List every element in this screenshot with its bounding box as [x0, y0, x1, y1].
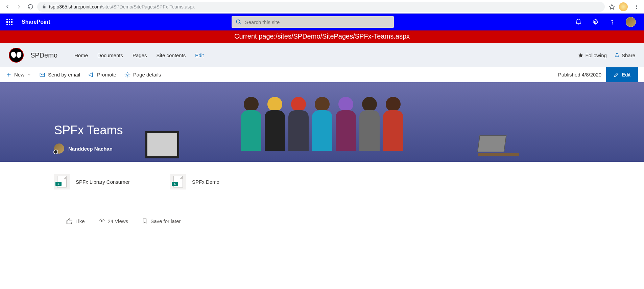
eye-icon	[98, 218, 105, 224]
like-button[interactable]: Like	[66, 218, 85, 224]
arrow-left-icon	[4, 4, 10, 10]
hero-art-people	[239, 94, 405, 162]
save-for-later-button[interactable]: Save for later	[142, 218, 181, 224]
notifications-button[interactable]	[575, 19, 582, 25]
author-name: Nanddeep Nachan	[68, 146, 113, 152]
nav-edit[interactable]: Edit	[195, 52, 204, 58]
social-bar: Like 24 Views Save for later	[0, 210, 644, 232]
help-button[interactable]	[609, 19, 616, 25]
svg-rect-6	[40, 73, 45, 76]
quick-links: S SPFx Library Consumer S SPFx Demo	[0, 162, 644, 196]
link-thumbnail: S	[54, 174, 70, 190]
share-icon	[614, 52, 620, 58]
browser-menu[interactable]	[632, 4, 641, 9]
site-name[interactable]: SPDemo	[30, 51, 57, 59]
bell-icon	[575, 19, 582, 25]
svg-point-2	[636, 8, 637, 9]
page-author[interactable]: Nanddeep Nachan	[54, 143, 113, 154]
pencil-icon	[614, 72, 619, 77]
gear-icon	[124, 72, 130, 78]
promote-button[interactable]: Promote	[88, 72, 116, 78]
nav-site-contents[interactable]: Site contents	[156, 52, 186, 58]
svg-point-4	[595, 21, 596, 23]
page-title: SPFx Teams	[54, 123, 123, 137]
more-vertical-icon	[634, 4, 639, 9]
lock-icon	[42, 4, 46, 9]
share-button[interactable]: Share	[614, 52, 635, 58]
brand-label[interactable]: SharePoint	[22, 19, 50, 25]
app-launcher[interactable]	[4, 17, 15, 27]
plus-icon	[6, 72, 11, 77]
nav-pages[interactable]: Pages	[133, 52, 147, 58]
author-avatar	[54, 143, 64, 154]
hero-art-frame	[145, 131, 179, 158]
mail-icon	[39, 72, 45, 78]
browser-toolbar: tspfo365.sharepoint.com/sites/SPDemo/Sit…	[0, 0, 644, 14]
chevron-down-icon	[27, 73, 31, 77]
link-label: SPFx Library Consumer	[76, 179, 130, 185]
bookmark-button[interactable]	[609, 4, 615, 10]
quick-link-1[interactable]: S SPFx Library Consumer	[54, 174, 130, 190]
browser-profile[interactable]	[619, 2, 628, 11]
nav-documents[interactable]: Documents	[97, 52, 123, 58]
bookmark-icon	[142, 218, 148, 224]
suite-bar: SharePoint	[0, 14, 644, 30]
svg-point-8	[101, 220, 102, 221]
svg-point-0	[636, 5, 637, 6]
site-nav: Home Documents Pages Site contents Edit	[74, 52, 204, 58]
link-thumbnail: S	[170, 174, 186, 190]
views-count: 24 Views	[98, 218, 128, 224]
star-icon	[609, 4, 615, 10]
edit-button[interactable]: Edit	[606, 67, 638, 82]
star-filled-icon	[578, 52, 583, 58]
reload-icon	[27, 4, 33, 10]
svg-point-3	[236, 20, 240, 23]
svg-point-1	[636, 6, 637, 7]
search-input[interactable]	[245, 19, 390, 25]
command-bar: New Send by email Promote Page details P…	[0, 67, 644, 82]
site-logo[interactable]	[9, 48, 24, 63]
gear-icon	[592, 19, 599, 25]
like-icon	[66, 218, 73, 224]
current-page-banner: Current page:/sites/SPDemo/SitePages/SPF…	[0, 30, 644, 43]
reload-button[interactable]	[26, 2, 35, 12]
megaphone-icon	[88, 72, 94, 78]
svg-point-7	[127, 74, 128, 75]
hero-art-laptop	[478, 135, 519, 159]
nav-home[interactable]: Home	[74, 52, 88, 58]
user-avatar[interactable]	[626, 17, 636, 27]
site-header: SPDemo Home Documents Pages Site content…	[0, 43, 644, 67]
new-button[interactable]: New	[6, 72, 31, 77]
back-button[interactable]	[3, 2, 12, 12]
page-details-button[interactable]: Page details	[124, 72, 161, 78]
settings-button[interactable]	[592, 19, 599, 25]
svg-point-5	[612, 24, 613, 24]
quick-link-2[interactable]: S SPFx Demo	[170, 174, 219, 190]
follow-button[interactable]: Following	[578, 52, 607, 58]
published-date: Published 4/8/2020	[558, 72, 601, 77]
help-icon	[609, 19, 616, 25]
link-label: SPFx Demo	[192, 179, 219, 185]
send-email-button[interactable]: Send by email	[39, 72, 80, 78]
forward-button	[14, 2, 24, 12]
search-box[interactable]	[232, 16, 394, 28]
hero-banner: SPFx Teams Nanddeep Nachan	[0, 82, 644, 162]
arrow-right-icon	[16, 4, 22, 10]
search-icon	[236, 19, 242, 25]
address-bar[interactable]: tspfo365.sharepoint.com/sites/SPDemo/Sit…	[37, 2, 605, 12]
url-text: tspfo365.sharepoint.com/sites/SPDemo/Sit…	[49, 4, 195, 9]
